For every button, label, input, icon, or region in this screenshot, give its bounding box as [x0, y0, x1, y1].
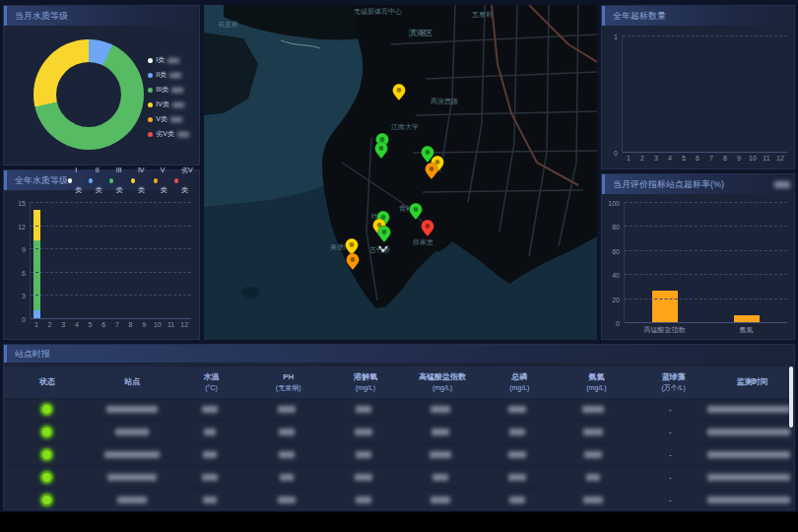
col-header-label: 站点: [91, 377, 173, 387]
cell: [401, 474, 480, 481]
col-header-unit: (mg/L): [328, 383, 403, 392]
table-row[interactable]: -: [4, 491, 790, 509]
redacted-value: [582, 406, 604, 413]
x-tick-label: 高锰酸盐指数: [624, 325, 705, 335]
legend-item[interactable]: I类: [148, 55, 189, 65]
redacted-value: [202, 474, 218, 481]
y-tick-label: 12: [18, 223, 26, 230]
x-tick-label: 5: [84, 321, 98, 328]
redacted-value: [279, 429, 295, 435]
pin-center-dot: [379, 146, 384, 151]
legend-label: III类: [116, 161, 126, 200]
legend-label: V类: [156, 114, 167, 124]
legend-item[interactable]: V类: [154, 161, 168, 200]
gridline: 0: [625, 322, 787, 323]
col-header-label: 状态: [4, 377, 91, 387]
legend-item[interactable]: II类: [148, 70, 189, 80]
cell: [91, 497, 173, 503]
gridline: 100: [625, 202, 787, 203]
cell: [247, 474, 326, 481]
legend-item[interactable]: I类: [68, 161, 83, 200]
gridline: 0: [31, 318, 191, 319]
legend-item[interactable]: IV类: [131, 161, 148, 200]
panel-title: 全年水质等级: [15, 170, 68, 190]
legend-value-redacted: [169, 73, 181, 78]
pin-center-dot: [382, 230, 387, 234]
pin-center-dot: [426, 224, 431, 229]
bar-氨氮: [734, 315, 760, 322]
pin-center-dot: [435, 160, 440, 165]
legend-dot: [148, 102, 153, 107]
legend-item[interactable]: 劣V类: [174, 161, 195, 200]
map-panel[interactable]: 石皮桥无锡新体育中心滨湖区五星村高浪西路江南大学青祁桥叶巷薛家里吴塘门古竹桥: [204, 5, 597, 340]
legend-item[interactable]: V类: [148, 114, 189, 124]
legend-dot: [109, 178, 113, 183]
map-label: 五星村: [472, 11, 493, 19]
x-tick-label: 2: [635, 155, 649, 162]
redacted-value: [356, 451, 371, 458]
stack-segment-II类: [33, 310, 40, 318]
map-label: 高浪西路: [431, 98, 458, 105]
panel-header: 全年超标数量: [602, 6, 794, 26]
exceed-count-plot: 10: [622, 35, 787, 152]
x-tick-label: 7: [704, 155, 718, 162]
table-row[interactable]: -: [4, 468, 790, 487]
legend-item[interactable]: III类: [148, 85, 189, 95]
status-cell: [4, 448, 91, 461]
pin-center-dot: [350, 242, 355, 247]
cell: [707, 474, 790, 481]
redacted-value: [106, 406, 158, 413]
legend-item[interactable]: III类: [109, 161, 125, 200]
legend-value-redacted: [167, 58, 179, 63]
cell: -: [632, 496, 707, 504]
y-tick-label: 6: [22, 269, 26, 276]
col-header-label: 总磷: [482, 372, 557, 382]
col-header-unit: (无量纲): [249, 383, 328, 392]
x-tick-label: 6: [691, 155, 704, 162]
legend-item[interactable]: II类: [89, 161, 103, 200]
cell: [247, 406, 326, 413]
bar-slot: [625, 202, 706, 322]
cell: -: [632, 405, 707, 414]
cell: [247, 497, 326, 503]
table-row[interactable]: -: [4, 400, 790, 419]
legend-dot: [68, 178, 72, 183]
gridline: 0: [623, 152, 787, 153]
water-quality-dashboard: 当月水质等级 I类II类III类IV类V类劣V类 全年水质等级 I类II类III…: [0, 0, 798, 512]
cell: -: [632, 450, 707, 459]
redacted-value: [356, 497, 371, 503]
legend-label: II类: [156, 70, 166, 80]
table-scrollbar[interactable]: [789, 366, 793, 428]
panel-month-quality-grade: 当月水质等级 I类II类III类IV类V类劣V类: [3, 5, 200, 166]
col-header: 监测时间: [711, 377, 794, 387]
cell: [555, 451, 633, 458]
bar-labels: 高锰酸盐指数氨氮: [624, 325, 787, 335]
header-badge-redacted: [774, 181, 790, 188]
table-row[interactable]: -: [4, 445, 790, 464]
legend-dot: [148, 117, 153, 122]
panel-year-quality-grade: 全年水质等级 I类II类III类IV类V类劣V类 15129630 123456…: [3, 169, 200, 340]
redacted-value: [202, 406, 218, 413]
panel-month-exceed-rate: 当月评价指标站点超标率(%) 100806040200 高锰酸盐指数氨氮: [601, 173, 795, 340]
city-map[interactable]: 石皮桥无锡新体育中心滨湖区五星村高浪西路江南大学青祁桥叶巷薛家里吴塘门古竹桥: [204, 5, 597, 340]
legend-item[interactable]: IV类: [148, 100, 189, 109]
pin-center-dot: [426, 150, 431, 155]
redacted-value: [115, 429, 149, 435]
table-body: -----: [4, 400, 790, 513]
col-header-label: 高锰酸盐指数: [403, 372, 482, 382]
cell: [91, 429, 173, 435]
legend-item[interactable]: 劣V类: [148, 129, 189, 139]
chart-legend: I类II类III类IV类V类劣V类: [68, 161, 195, 200]
x-tick-label: 12: [773, 155, 787, 162]
redacted-value: [203, 451, 217, 458]
redacted-value: [431, 406, 450, 413]
redacted-value: [508, 451, 526, 458]
col-header-label: 氨氮: [557, 372, 635, 382]
table-row[interactable]: -: [4, 423, 790, 441]
legend-label: III类: [156, 85, 168, 95]
cell: [401, 429, 480, 435]
panel-year-exceed-count: 全年超标数量 10 123456789101112: [601, 5, 795, 169]
empty-value: -: [669, 450, 672, 459]
map-label: 薛家里: [413, 238, 433, 246]
redacted-value: [356, 406, 371, 413]
